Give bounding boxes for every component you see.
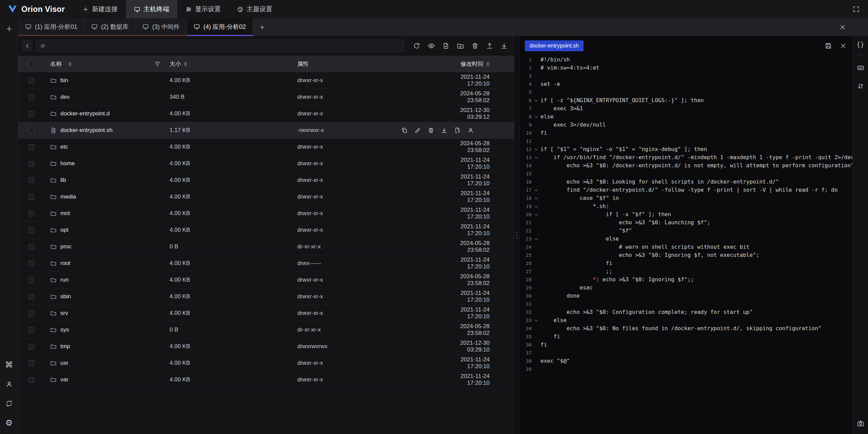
row-checkbox[interactable]	[28, 128, 34, 133]
new-folder-button[interactable]	[455, 40, 466, 52]
fold-toggle[interactable]	[532, 316, 540, 324]
file-row[interactable]: srv 4.00 KB drwxr-xr-x 2021-11-24 17:20:…	[18, 305, 514, 322]
select-all-checkbox[interactable]	[28, 61, 34, 67]
size-sort-button[interactable]	[184, 62, 187, 67]
row-checkbox[interactable]	[28, 327, 34, 333]
row-checkbox[interactable]	[28, 211, 34, 216]
menu-item-new-connection[interactable]: 新建连接	[74, 0, 126, 18]
fold-toggle[interactable]	[532, 137, 540, 145]
menu-item-theme-settings[interactable]: 主题设置	[229, 0, 280, 18]
fold-toggle[interactable]	[532, 88, 540, 96]
fold-toggle[interactable]	[532, 292, 540, 300]
name-sort-button[interactable]	[68, 62, 72, 67]
row-checkbox[interactable]	[28, 344, 34, 350]
row-checkbox[interactable]	[28, 177, 34, 183]
fullscreen-button[interactable]	[852, 5, 860, 13]
menu-item-host-terminal[interactable]: 主机终端	[126, 0, 177, 18]
file-row[interactable]: docker-entrypoint.d 4.00 KB drwxr-xr-x 2…	[18, 106, 514, 122]
file-row[interactable]: home 4.00 KB drwxr-xr-x 2021-11-24 17:20…	[18, 155, 514, 172]
panel-splitter[interactable]	[514, 36, 519, 434]
command-snippets-button[interactable]: ⌘	[3, 359, 15, 371]
row-checkbox[interactable]	[28, 261, 34, 266]
save-icon[interactable]	[825, 42, 832, 50]
fold-toggle[interactable]	[532, 170, 540, 178]
fold-toggle[interactable]	[532, 64, 540, 72]
settings-button[interactable]: ⚙	[3, 417, 15, 429]
fold-toggle[interactable]	[532, 349, 540, 357]
row-checkbox[interactable]	[28, 161, 34, 167]
preview-button[interactable]	[426, 40, 437, 52]
fold-toggle[interactable]	[532, 145, 540, 153]
new-terminal-button[interactable]	[3, 23, 15, 35]
file-row[interactable]: proc 0 B dr-xr-xr-x 2024-05-28 23:58:02	[18, 239, 514, 255]
fold-toggle[interactable]	[532, 267, 540, 276]
new-file-button[interactable]	[440, 40, 452, 52]
fold-toggle[interactable]	[532, 96, 540, 105]
row-checkbox[interactable]	[28, 144, 34, 150]
fold-toggle[interactable]	[532, 259, 540, 267]
edit-icon[interactable]	[414, 127, 421, 134]
file-row[interactable]: bin 4.00 KB drwxr-xr-x 2021-11-24 17:20:…	[18, 72, 514, 89]
fold-toggle[interactable]	[532, 308, 540, 316]
file-row[interactable]: usr 4.00 KB drwxr-xr-x 2021-11-24 17:20:…	[18, 355, 514, 372]
fold-toggle[interactable]	[532, 276, 540, 284]
editor-close-icon[interactable]	[840, 42, 847, 50]
refresh-button[interactable]	[411, 40, 422, 52]
fold-toggle[interactable]	[532, 178, 540, 186]
fold-toggle[interactable]	[532, 210, 540, 219]
tab-app-analysis-02[interactable]: (4) 应用-分析02	[187, 18, 253, 36]
fold-toggle[interactable]	[532, 202, 540, 210]
menu-item-display-settings[interactable]: 显示设置	[177, 0, 229, 18]
file-row[interactable]: lib 4.00 KB drwxr-xr-x 2021-11-24 17:20:…	[18, 172, 514, 189]
transfer-list-button[interactable]	[855, 80, 866, 92]
row-checkbox[interactable]	[28, 277, 34, 283]
new-tab-button[interactable]	[253, 18, 272, 36]
fold-toggle[interactable]	[532, 186, 540, 194]
fold-toggle[interactable]	[532, 284, 540, 292]
file-row[interactable]: run 4.00 KB drwxr-xr-x 2024-05-28 23:58:…	[18, 272, 514, 288]
tab-database[interactable]: (2) 数据库	[84, 18, 136, 36]
download-icon[interactable]	[441, 127, 448, 134]
name-filter-button[interactable]	[154, 61, 161, 67]
fold-toggle[interactable]	[532, 333, 540, 341]
file-row[interactable]: mnt 4.00 KB drwxr-xr-x 2021-11-24 17:20:…	[18, 205, 514, 222]
row-checkbox[interactable]	[28, 227, 34, 233]
move-icon[interactable]	[454, 127, 461, 134]
screenshot-button[interactable]	[855, 418, 866, 429]
fold-toggle[interactable]	[532, 80, 540, 88]
permission-icon[interactable]	[467, 127, 474, 134]
fold-toggle[interactable]	[532, 251, 540, 259]
fold-toggle[interactable]	[532, 113, 540, 121]
close-panel-button[interactable]	[839, 18, 846, 36]
file-row[interactable]: etc 4.00 KB drwxr-xr-x 2024-05-28 23:58:…	[18, 139, 514, 155]
fold-toggle[interactable]	[532, 121, 540, 129]
fold-toggle[interactable]	[532, 300, 540, 308]
braces-icon[interactable]: {}	[856, 41, 864, 48]
fold-toggle[interactable]	[532, 129, 540, 137]
back-button[interactable]	[22, 40, 33, 52]
fold-toggle[interactable]	[532, 227, 540, 235]
row-checkbox[interactable]	[28, 111, 34, 117]
fold-toggle[interactable]	[532, 162, 540, 170]
fold-toggle[interactable]	[532, 219, 540, 227]
fold-toggle[interactable]	[532, 153, 540, 162]
file-row[interactable]: tmp 4.00 KB drwxrwxrwx 2021-12-30 03:29:…	[18, 338, 514, 355]
tab-middleware[interactable]: (3) 中间件	[136, 18, 187, 36]
fold-toggle[interactable]	[532, 105, 540, 113]
row-checkbox[interactable]	[28, 94, 34, 100]
sync-button[interactable]	[3, 398, 15, 409]
fold-toggle[interactable]	[532, 56, 540, 64]
code-editor[interactable]: 1 #!/bin/sh 2 # vim:sw=4:ts=4:et 3 4 set…	[519, 56, 852, 434]
file-row[interactable]: root 4.00 KB drwx------ 2021-11-24 17:20…	[18, 255, 514, 272]
fold-toggle[interactable]	[532, 357, 540, 365]
delete-icon[interactable]	[428, 127, 434, 134]
fold-toggle[interactable]	[532, 243, 540, 251]
file-row[interactable]: sbin 4.00 KB drwxr-xr-x 2021-11-24 17:20…	[18, 288, 514, 305]
fold-toggle[interactable]	[532, 72, 540, 80]
path-input[interactable]	[49, 43, 400, 49]
editor-file-tab[interactable]: docker-entrypoint.sh	[525, 40, 584, 51]
row-checkbox[interactable]	[28, 78, 34, 83]
row-checkbox[interactable]	[28, 194, 34, 200]
file-row[interactable]: sys 0 B dr-xr-xr-x 2024-05-28 23:58:02	[18, 322, 514, 338]
copy-icon[interactable]	[401, 127, 408, 134]
